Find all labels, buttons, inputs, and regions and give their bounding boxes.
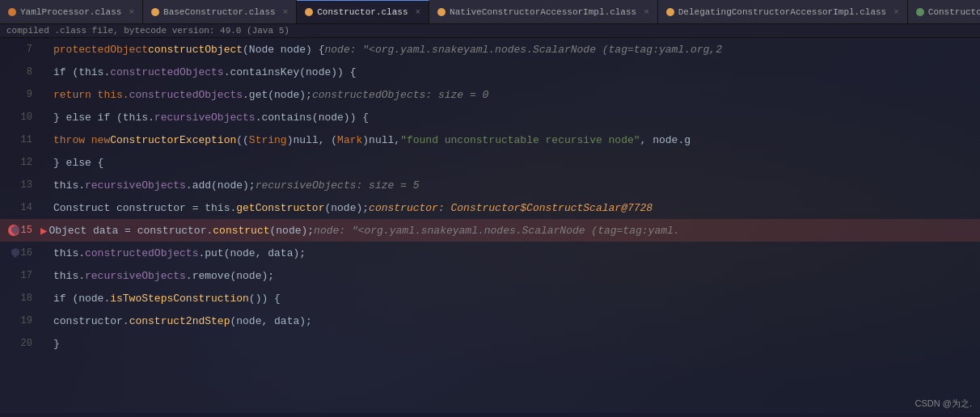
token-4-5: Mark (337, 134, 362, 146)
tab-close-constructor[interactable]: × (415, 7, 420, 17)
tab-yamlprocessor[interactable]: YamlProcessor.class× (0, 0, 143, 24)
tab-label-nativeconstructoraccessorimpl: NativeConstructorAccessorImpl.class (450, 7, 636, 17)
token-2-0: return this. (53, 89, 129, 101)
code-line-12: 19 constructor.construct2ndStep(node, da… (0, 310, 980, 332)
code-line-4: 11 throw new ConstructorException((Strin… (0, 128, 980, 151)
bottom-bar-text: CSDN @为之. (915, 398, 972, 408)
line-number-6: 13 (21, 179, 32, 191)
line-number-13: 20 (21, 338, 32, 349)
line-gutter-4: 11 (0, 134, 40, 145)
line-code-0: protected Object constructObject(Node no… (53, 44, 722, 56)
token-12-2: (node, data); (230, 315, 311, 327)
code-line-13: 20 } (0, 332, 980, 355)
line-code-13: } (53, 338, 60, 350)
line-number-12: 19 (21, 315, 32, 326)
line-gutter-3: 10 (0, 112, 40, 123)
line-number-0: 7 (27, 44, 32, 55)
token-0-0: protected (53, 44, 110, 56)
line-gutter-12: 19 (0, 315, 40, 326)
code-line-2: 9 return this.constructedObjects.get(nod… (0, 83, 980, 106)
token-3-1: recursiveObjects (154, 112, 256, 124)
token-3-2: .contains(node)) { (256, 112, 369, 124)
line-code-7: Construct constructor = this.getConstruc… (53, 202, 653, 214)
tab-constructorjava[interactable]: Constructor.java× (908, 0, 980, 24)
tab-close-delegatingconstructoraccessorimpl[interactable]: × (893, 7, 899, 17)
token-11-1: isTwoStepsConstruction (110, 293, 249, 305)
line-number-8: 15 (21, 225, 32, 236)
line-code-4: throw new ConstructorException((String)n… (53, 134, 691, 146)
line-gutter-13: 20 (0, 338, 40, 349)
tab-close-nativeconstructoraccessorimpl[interactable]: × (644, 7, 649, 17)
line-code-3: } else if (this.recursiveObjects.contain… (53, 112, 369, 124)
token-5-0: } else { (53, 157, 103, 169)
tab-baseconstructor[interactable]: BaseConstructor.class× (143, 0, 297, 24)
token-4-0: throw new (53, 134, 110, 146)
token-8-1: construct (213, 225, 269, 237)
tab-icon-delegatingconstructoraccessorimpl (666, 8, 674, 16)
line-number-1: 8 (27, 66, 32, 78)
shield-icon-9 (11, 248, 19, 258)
token-6-1: recursiveObjects (85, 179, 186, 192)
tab-close-baseconstructor[interactable]: × (283, 7, 289, 17)
token-2-3: constructedObjects: size = 0 (312, 89, 488, 101)
token-4-2: (( (236, 134, 249, 146)
code-line-0: 7 protected Object constructObject(Node … (0, 38, 980, 61)
token-10-0: this. (53, 270, 85, 282)
token-1-1: constructedObjects (110, 66, 223, 78)
token-7-0: Construct constructor = this. (53, 202, 236, 214)
token-7-3: constructor: Constructor$ConstructScalar… (369, 202, 653, 214)
token-4-4: )null, ( (287, 134, 337, 146)
token-8-3: node: "<org.yaml.snakeyaml.nodes.ScalarN… (314, 225, 679, 237)
line-gutter-10: 17 (0, 270, 40, 281)
line-number-5: 12 (21, 157, 32, 168)
arrow-indicator: ▶ (40, 224, 47, 238)
line-code-8: Object data = constructor.construct(node… (49, 225, 679, 237)
line-number-7: 14 (21, 202, 32, 213)
line-number-10: 17 (21, 270, 32, 281)
tab-icon-constructorjava (916, 8, 924, 16)
token-8-2: (node); (270, 225, 315, 237)
bottom-bar: CSDN @为之. (907, 394, 980, 413)
token-4-8: , node.g (640, 134, 691, 146)
tab-icon-baseconstructor (151, 8, 159, 16)
token-7-2: (node); (324, 202, 369, 214)
token-6-0: this. (53, 179, 85, 192)
tab-nativeconstructoraccessorimpl[interactable]: NativeConstructorAccessorImpl.class× (429, 0, 658, 24)
code-line-10: 17 this.recursiveObjects.remove(node); (0, 264, 980, 287)
code-editor: 7 protected Object constructObject(Node … (0, 38, 980, 413)
tab-label-yamlprocessor: YamlProcessor.class (20, 7, 121, 17)
tab-close-yamlprocessor[interactable]: × (129, 7, 134, 17)
token-2-2: .get(node); (243, 89, 312, 101)
line-gutter-0: 7 (0, 44, 40, 55)
token-8-0: Object data = constructor. (49, 225, 213, 237)
code-line-8: 15▶ Object data = constructor.construct(… (0, 219, 980, 242)
token-9-1: constructedObjects (85, 247, 198, 259)
status-bar: compiled .class file, bytecode version: … (0, 24, 980, 38)
token-4-7: "found unconstructable recursive node" (400, 134, 640, 146)
tab-label-constructorjava: Constructor.java (928, 7, 980, 17)
token-0-2: constructObject (148, 44, 243, 56)
line-code-2: return this.constructedObjects.get(node)… (53, 89, 488, 101)
token-0-4: node: "<org.yaml.snakeyaml.nodes.ScalarN… (324, 44, 721, 56)
line-gutter-11: 18 (0, 293, 40, 304)
token-9-0: this. (53, 247, 85, 259)
tab-label-baseconstructor: BaseConstructor.class (163, 7, 276, 17)
tab-delegatingconstructoraccessorimpl[interactable]: DelegatingConstructorAccessorImpl.class× (658, 0, 908, 24)
token-12-1: construct2ndStep (129, 315, 230, 327)
token-6-2: .add(node); (186, 179, 256, 192)
line-code-1: if (this.constructedObjects.containsKey(… (53, 66, 356, 78)
code-line-6: 13 this.recursiveObjects.add(node); recu… (0, 174, 980, 196)
line-code-9: this.constructedObjects.put(node, data); (53, 247, 306, 259)
line-number-3: 10 (21, 112, 32, 123)
token-0-3: (Node node) { (243, 44, 324, 56)
tab-label-constructor: Constructor.class (317, 7, 408, 17)
token-6-3: recursiveObjects: size = 5 (256, 179, 420, 192)
token-3-0: } else if (this. (53, 112, 154, 124)
tab-constructor[interactable]: Constructor.class× (297, 0, 429, 24)
code-line-11: 18 if (node.isTwoStepsConstruction()) { (0, 287, 980, 310)
tab-icon-yamlprocessor (8, 8, 16, 16)
line-code-6: this.recursiveObjects.add(node); recursi… (53, 179, 420, 192)
token-4-1: ConstructorException (110, 134, 236, 146)
token-13-0: } (53, 338, 60, 350)
line-gutter-6: 13 (0, 179, 40, 191)
